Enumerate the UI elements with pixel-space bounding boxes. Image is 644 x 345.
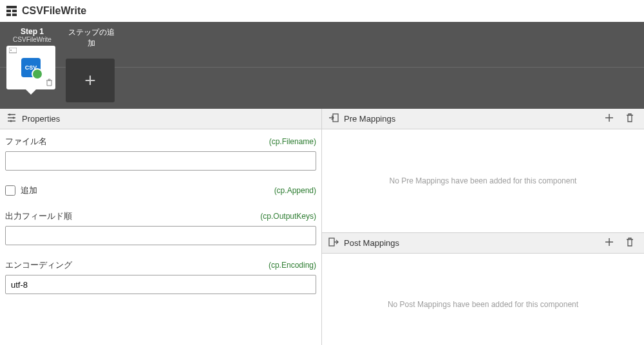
outputkeys-label: 出力フィールド順	[5, 210, 72, 222]
settings-icon	[6, 113, 17, 125]
append-field: 追加 (cp.Append)	[5, 185, 316, 196]
outputkeys-input[interactable]	[5, 226, 316, 245]
properties-panel: Properties ファイル名 (cp.Filename) 追加 (cp.Ap…	[0, 109, 322, 345]
encoding-binding: (cp.Encoding)	[269, 261, 316, 270]
mapping-out-icon	[328, 237, 339, 249]
filename-binding: (cp.Filename)	[269, 137, 316, 146]
breakpoint-icon[interactable]	[9, 48, 17, 55]
svg-point-6	[10, 50, 12, 51]
add-step-tile[interactable]: +	[66, 59, 115, 102]
svg-rect-3	[6, 14, 11, 16]
delete-pre-mapping-button[interactable]	[622, 113, 638, 125]
properties-title: Properties	[22, 114, 60, 124]
filename-field: ファイル名 (cp.Filename)	[5, 136, 316, 171]
window-title: CSVFileWrite	[22, 5, 86, 17]
svg-rect-5	[9, 48, 17, 53]
step-tile[interactable]: CSV	[6, 46, 55, 89]
add-step-label: ステップの追加	[66, 27, 117, 49]
post-mappings-title: Post Mappings	[344, 238, 399, 248]
encoding-label: エンコーディング	[5, 259, 72, 271]
delete-step-icon[interactable]	[46, 79, 53, 88]
encoding-field: エンコーディング (cp.Encoding)	[5, 259, 316, 294]
outputkeys-field: 出力フィールド順 (cp.OutputKeys)	[5, 210, 316, 245]
active-indicator-icon	[26, 89, 36, 95]
svg-rect-11	[329, 238, 334, 246]
outputkeys-binding: (cp.OutputKeys)	[260, 212, 316, 221]
svg-point-7	[9, 114, 11, 116]
svg-rect-1	[6, 10, 11, 12]
svg-point-9	[10, 120, 12, 122]
mapping-in-icon	[328, 113, 339, 125]
plus-icon: +	[84, 70, 96, 91]
svg-point-8	[13, 117, 15, 119]
step-subtitle: CSVFileWrite	[6, 36, 58, 43]
window-header: CSVFileWrite	[0, 0, 644, 22]
component-icon	[6, 6, 17, 16]
svg-rect-0	[6, 6, 17, 8]
filename-label: ファイル名	[5, 136, 47, 147]
pre-mappings-empty: No Pre Mappings have been added for this…	[322, 129, 644, 232]
svg-rect-2	[12, 10, 17, 12]
append-checkbox[interactable]	[5, 185, 15, 196]
post-mappings-empty: No Post Mappings have been added for thi…	[322, 254, 644, 346]
filename-input[interactable]	[5, 151, 316, 171]
add-step-card[interactable]: ステップの追加 +	[66, 27, 117, 102]
svg-rect-4	[12, 14, 17, 16]
encoding-input[interactable]	[5, 275, 316, 294]
csv-file-icon: CSV	[21, 58, 41, 77]
step-card-1[interactable]: Step 1 CSVFileWrite CSV	[6, 27, 58, 102]
pre-mappings-header: Pre Mappings	[322, 109, 644, 129]
add-pre-mapping-button[interactable]	[601, 113, 617, 125]
pre-mappings-title: Pre Mappings	[344, 114, 395, 124]
append-binding: (cp.Append)	[274, 186, 316, 195]
append-label: 追加	[21, 185, 37, 196]
delete-post-mapping-button[interactable]	[622, 237, 638, 249]
post-mappings-panel: Post Mappings No Post Mappings have been…	[322, 233, 644, 346]
properties-header: Properties	[0, 109, 321, 129]
add-post-mapping-button[interactable]	[601, 237, 617, 249]
step-title: Step 1	[6, 27, 58, 36]
pre-mappings-panel: Pre Mappings No Pre Mappings have been a…	[322, 109, 644, 233]
steps-bar: Step 1 CSVFileWrite CSV ステップの追加 +	[0, 22, 644, 109]
post-mappings-header: Post Mappings	[322, 233, 644, 254]
